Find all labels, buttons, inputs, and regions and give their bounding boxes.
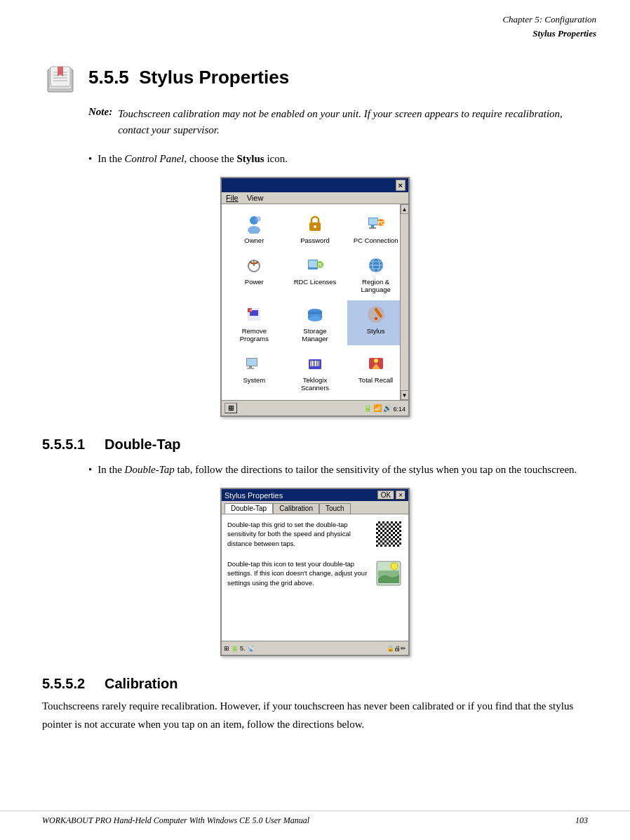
remove-programs-icon: ×: [243, 303, 265, 326]
bullet-item-1: • In the Control Panel, choose the Stylu…: [88, 150, 588, 167]
stylus-icon: [365, 303, 387, 326]
sp-tab-touch[interactable]: Touch: [319, 503, 351, 514]
sp-tab-calibration[interactable]: Calibration: [273, 503, 319, 514]
cp-item-power[interactable]: Power: [226, 251, 283, 296]
section-5551-heading: 5.5.5.1 Double-Tap: [42, 436, 588, 453]
bullet-item-2: • In the Double-Tap tab, follow the dire…: [88, 461, 588, 478]
svg-point-8: [248, 226, 260, 234]
teklogix-icon: [304, 352, 326, 375]
svg-text:PC: PC: [377, 220, 384, 225]
sp-photo-text: Double-tap this icon to test your double…: [227, 559, 369, 587]
sp-section-grid: Double-tap this grid to set the double-t…: [227, 520, 403, 548]
svg-rect-48: [315, 361, 316, 366]
cp-item-system[interactable]: System: [226, 349, 283, 394]
sp-window: Stylus Properties OK × Double-Tap Calibr…: [220, 488, 410, 656]
svg-point-35: [308, 316, 322, 321]
sp-tab-double-tap[interactable]: Double-Tap: [224, 503, 273, 514]
svg-rect-47: [314, 361, 314, 366]
sp-body: Double-tap this grid to set the double-t…: [222, 514, 408, 641]
svg-rect-41: [247, 359, 257, 366]
power-icon: [243, 254, 265, 276]
svg-point-52: [374, 359, 378, 363]
cp-item-rdc[interactable]: R RDC Licenses: [287, 251, 344, 296]
rdc-icon: R: [304, 254, 326, 276]
sp-titlebar: Stylus Properties OK ×: [222, 489, 408, 501]
cp-item-teklogix[interactable]: Teklogix Scanners: [287, 349, 344, 394]
footer-left: WORKABOUT PRO Hand-Held Computer With Wi…: [42, 815, 309, 826]
cp-menubar: File View: [222, 192, 408, 204]
cp-item-storage[interactable]: Storage Manager: [287, 300, 344, 345]
cp-menu-view[interactable]: View: [247, 194, 264, 202]
svg-text:×: ×: [250, 308, 253, 312]
svg-point-55: [391, 563, 398, 570]
cp-item-stylus[interactable]: Stylus: [347, 300, 404, 345]
double-tap-italic: Double-Tap: [125, 464, 175, 475]
sp-taskbar: ⊞ 🔋 5. 📡 🔒🖨✏: [222, 641, 408, 655]
cp-scroll-up[interactable]: ▲: [401, 204, 409, 214]
page-header: Chapter 5: Configuration Stylus Properti…: [0, 0, 630, 43]
control-panel-screenshot: × File View: [42, 177, 588, 417]
chapter-line: Chapter 5: Configuration: [34, 13, 596, 27]
bullet-symbol: •: [88, 150, 92, 167]
sp-close-button[interactable]: ×: [396, 491, 406, 500]
system-icon: [243, 352, 265, 375]
sp-grid-text: Double-tap this grid to set the double-t…: [227, 520, 369, 548]
page-footer: WORKABOUT PRO Hand-Held Computer With Wi…: [0, 811, 630, 826]
cp-item-recall[interactable]: Total Recall: [347, 349, 404, 394]
cp-menu-file[interactable]: File: [226, 194, 239, 202]
sp-tabs: Double-Tap Calibration Touch: [222, 501, 408, 514]
svg-rect-13: [369, 218, 377, 225]
stylus-properties-screenshot: Stylus Properties OK × Double-Tap Calibr…: [42, 488, 588, 656]
stylus-bold: Stylus: [236, 153, 264, 164]
storage-manager-icon: [304, 303, 326, 326]
svg-point-39: [375, 317, 377, 320]
cp-window: × File View: [220, 177, 410, 417]
note-block: Note: Touchscreen calibration may not be…: [88, 106, 588, 138]
cp-item-owner[interactable]: Owner: [226, 210, 283, 247]
sp-photo-icon[interactable]: [375, 559, 403, 587]
svg-rect-45: [310, 361, 311, 366]
cp-item-remove[interactable]: × Remove Programs: [226, 300, 283, 345]
svg-rect-14: [371, 225, 374, 227]
cp-item-password[interactable]: Password: [287, 210, 344, 247]
cp-scrollbar[interactable]: ▲ ▼: [400, 204, 408, 400]
sp-ok-button[interactable]: OK: [377, 491, 394, 500]
cp-titlebar: ×: [222, 178, 408, 192]
svg-rect-43: [247, 368, 254, 369]
svg-point-9: [255, 216, 261, 222]
section-5552-body: Touchscreens rarely require recalibratio…: [42, 698, 588, 733]
cp-body: Owner Password: [222, 204, 408, 400]
sp-title: Stylus Properties: [224, 491, 283, 500]
sp-grid-icon[interactable]: [375, 520, 403, 548]
pc-connection-icon: PC: [365, 213, 387, 235]
svg-rect-49: [317, 361, 318, 366]
control-panel-italic: Control Panel: [125, 153, 185, 164]
note-text: Touchscreen calibration may not be enabl…: [118, 106, 588, 138]
svg-rect-21: [309, 260, 317, 267]
svg-rect-50: [319, 361, 319, 366]
cp-scroll-down[interactable]: ▼: [401, 390, 409, 400]
total-recall-icon: [365, 352, 387, 375]
section-5552-heading: 5.5.5.2 Calibration: [42, 676, 588, 692]
start-button[interactable]: ⊞: [224, 403, 237, 413]
svg-rect-46: [311, 361, 313, 366]
cp-item-pc-connection[interactable]: PC PC Connection: [347, 210, 404, 247]
section-555-title: 5.5.5 Stylus Properties: [88, 64, 289, 88]
taskbar-icons: 🔋 📶 🔊 6:14: [363, 404, 406, 413]
bullet-text-2: In the Double-Tap tab, follow the direct…: [98, 461, 577, 478]
photo-svg: [376, 561, 401, 586]
checkerboard-pattern: [376, 521, 401, 547]
bullet-symbol-2: •: [88, 461, 92, 478]
section-line: Stylus Properties: [34, 27, 596, 41]
cp-close-btn[interactable]: ×: [396, 180, 406, 191]
cp-item-region[interactable]: Region & Language: [347, 251, 404, 296]
section-555-heading: 5.5.5 Stylus Properties: [42, 64, 588, 98]
svg-text:R: R: [318, 262, 321, 267]
svg-rect-15: [369, 227, 376, 229]
region-icon: [365, 254, 387, 276]
sp-section-photo: Double-tap this icon to test your double…: [227, 559, 403, 587]
book-icon: [42, 64, 79, 98]
cp-taskbar: ⊞ 🔋 📶 🔊 6:14: [222, 400, 408, 415]
footer-right: 103: [575, 815, 588, 826]
svg-rect-42: [249, 366, 252, 368]
